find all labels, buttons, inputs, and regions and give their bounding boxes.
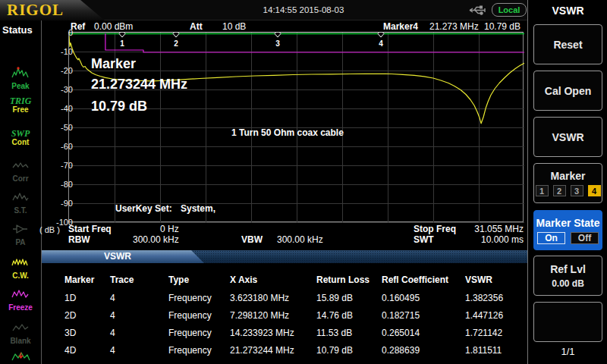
table-cell: 1D bbox=[64, 293, 110, 303]
rbw-label: RBW bbox=[68, 235, 90, 244]
toggle-off[interactable]: Off bbox=[571, 232, 599, 244]
status-item-cw: C.W. bbox=[0, 256, 41, 280]
userkey-value: System, bbox=[181, 203, 215, 214]
peak-label: Peak bbox=[0, 83, 41, 90]
table-cell: 0.182715 bbox=[382, 310, 465, 321]
y-tick--40: -40 bbox=[39, 104, 73, 113]
ref-level-value: 0.00 dBm bbox=[94, 22, 133, 32]
toggle-on[interactable]: On bbox=[537, 232, 565, 244]
marker-table: MarkerTraceTypeX AxisReturn LossRefl Coe… bbox=[42, 271, 527, 359]
table-header-cell: Type bbox=[168, 275, 230, 285]
preamp-icon bbox=[11, 222, 31, 236]
softkey-vswr[interactable]: VSWR bbox=[533, 117, 602, 157]
menu-page-indicator: 1/1 bbox=[528, 346, 607, 357]
a-minus-b-waveform-icon bbox=[11, 350, 31, 363]
table-cell: 4 bbox=[110, 328, 168, 338]
marker-select-1[interactable]: 1 bbox=[536, 185, 549, 196]
softkey-marker-state[interactable]: Marker StateOnOff bbox=[533, 210, 602, 250]
table-header-cell: VSWR bbox=[465, 275, 527, 285]
swt-label: SWT bbox=[414, 235, 434, 244]
user-annotation: 1 Turn 50 Ohm coax cable bbox=[231, 127, 344, 138]
attenuation-label: Att bbox=[190, 22, 203, 32]
table-title-bar: VSWR bbox=[42, 250, 527, 263]
softkey-marker[interactable]: Marker1234 bbox=[533, 163, 602, 203]
softkey-menu: VSWR ResetCal OpenVSWRMarker1234Marker S… bbox=[527, 0, 607, 364]
status-item-swp: SWPCont bbox=[0, 129, 41, 146]
marker-readout-freq: 21.273 MHz bbox=[429, 22, 479, 32]
y-tick--50: -50 bbox=[39, 123, 73, 132]
marker-diamond-4 bbox=[378, 33, 384, 37]
softkey-cal-open[interactable]: Cal Open bbox=[533, 71, 602, 111]
trig-label: Free bbox=[0, 106, 41, 114]
blank-label: Blank bbox=[0, 337, 41, 345]
st-label: S.T. bbox=[0, 207, 41, 215]
sweep-time-waveform-icon bbox=[11, 190, 31, 204]
table-cell: 7.298120 MHz bbox=[230, 310, 316, 321]
softkey-blank[interactable] bbox=[533, 302, 602, 342]
marker-number-2: 2 bbox=[174, 39, 178, 48]
table-cell: 0.160495 bbox=[382, 293, 465, 303]
marker-diamond-3 bbox=[275, 33, 281, 37]
swt-value: 10.000 ms bbox=[455, 235, 524, 244]
usb-icon bbox=[468, 5, 488, 19]
stop-freq-value: 31.055 MHz bbox=[455, 224, 524, 234]
cw-label: C.W. bbox=[0, 272, 41, 280]
table-header-cell: Return Loss bbox=[316, 275, 382, 285]
softkey-ref-lvl[interactable]: Ref Lvl0.00 dB bbox=[533, 256, 602, 296]
table-cell: 3D bbox=[64, 328, 110, 338]
corr-label: Corr bbox=[0, 175, 41, 183]
marker-state-label: Marker State bbox=[536, 217, 599, 229]
brand-logo: RIGOL bbox=[0, 0, 105, 20]
userkey-label: UserKey Set: bbox=[115, 203, 172, 214]
datetime-display: 14:14:55 2015-08-03 bbox=[237, 5, 370, 14]
table-cell: 0.265014 bbox=[382, 328, 465, 338]
top-bar: RIGOL 14:14:55 2015-08-03 Local bbox=[0, 0, 607, 20]
softkey-reset[interactable]: Reset bbox=[533, 24, 602, 64]
y-tick--20: -20 bbox=[39, 66, 73, 75]
marker-readout-amp: 10.79 dB bbox=[484, 22, 521, 32]
table-cell: 0.288639 bbox=[382, 345, 465, 356]
freeze-label: Freeze bbox=[0, 304, 41, 312]
status-item-blank: Blank bbox=[0, 321, 41, 345]
marker-state-toggle: OnOff bbox=[537, 232, 599, 244]
table-cell: 4 bbox=[110, 293, 168, 303]
status-item-corr: Corr bbox=[0, 158, 41, 183]
ref-lvl-label: Ref Lvl bbox=[550, 263, 586, 275]
cal-open-label: Cal Open bbox=[545, 85, 591, 97]
table-cell: 10.79 dB bbox=[316, 345, 382, 356]
table-cell: 14.233923 MHz bbox=[230, 328, 316, 338]
status-item-ab: A−B bbox=[0, 350, 41, 364]
marker-number-row: 1234 bbox=[536, 185, 601, 196]
attenuation-value: 10 dB bbox=[222, 22, 246, 32]
freeze-waveform-icon bbox=[11, 287, 31, 301]
vbw-value: 300.00 kHz bbox=[277, 235, 323, 244]
table-cell: 14.76 dB bbox=[316, 310, 382, 321]
y-tick--60: -60 bbox=[39, 142, 73, 151]
table-title: VSWR bbox=[42, 251, 193, 262]
table-cell: Frequency bbox=[168, 328, 230, 338]
marker-number-4: 4 bbox=[379, 39, 383, 48]
peak-waveform-icon bbox=[11, 66, 31, 80]
stop-freq-label: Stop Freq bbox=[414, 224, 456, 234]
marker-select-4[interactable]: 4 bbox=[588, 185, 601, 196]
table-header-cell: Refl Coefficient bbox=[382, 275, 465, 285]
table-row-3: 3D4Frequency14.233923 MHz11.53 dB0.26501… bbox=[42, 324, 527, 341]
status-item-pa: PA bbox=[0, 222, 41, 246]
marker-diamond-1 bbox=[119, 33, 125, 37]
y-tick--90: -90 bbox=[39, 199, 73, 208]
status-item-trig: TRIGFree bbox=[0, 96, 41, 114]
cw-waveform-icon bbox=[11, 256, 31, 269]
table-cell: 1.447126 bbox=[465, 310, 527, 321]
status-item-peak: Peak bbox=[0, 66, 41, 90]
table-cell: 1.811511 bbox=[465, 345, 527, 356]
swp-label: Cont bbox=[0, 139, 41, 146]
marker-select-2[interactable]: 2 bbox=[553, 185, 566, 196]
swp-tag: SWP bbox=[0, 129, 41, 138]
blank-waveform-icon bbox=[11, 321, 31, 334]
analyzer-screen: RIGOL 14:14:55 2015-08-03 Local Status P… bbox=[0, 0, 607, 364]
status-item-freeze: Freeze bbox=[0, 287, 41, 312]
marker-label: Marker bbox=[551, 170, 586, 182]
marker-select-3[interactable]: 3 bbox=[571, 185, 583, 196]
status-item-st: S.T. bbox=[0, 190, 41, 215]
table-cell: Frequency bbox=[168, 293, 230, 303]
